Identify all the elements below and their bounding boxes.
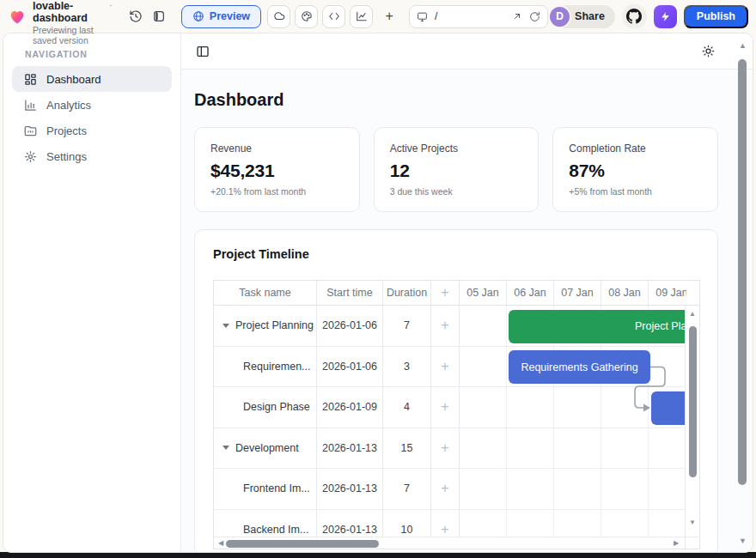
stat-note: 3 due this week xyxy=(390,186,523,197)
stat-value: 87% xyxy=(569,161,702,181)
scrollbar-thumb[interactable] xyxy=(689,326,697,477)
scroll-down-icon[interactable]: ▼ xyxy=(689,519,696,526)
date-scale: 05 Jan 06 Jan 07 Jan 08 Jan 09 Jan xyxy=(460,281,686,305)
cloud-button[interactable] xyxy=(267,5,290,28)
gantt-horizontal-scrollbar[interactable]: ◀ ▶ xyxy=(214,537,685,549)
workspace-panel: NAVIGATION Dashboard Analytics Projects … xyxy=(3,33,753,553)
sidebar-item-dashboard[interactable]: Dashboard xyxy=(12,66,172,92)
gantt-bar-project-planning[interactable]: Project Planning xyxy=(509,310,686,343)
gantt-vertical-scrollbar[interactable]: ▲ ▼ xyxy=(685,306,699,537)
sidebar-item-label: Settings xyxy=(46,150,87,163)
date-header: 09 Jan xyxy=(649,281,686,305)
task-duration: 7 xyxy=(383,469,431,509)
sidebar-item-projects[interactable]: Projects xyxy=(12,118,172,143)
stat-cards: Revenue $45,231 +20.1% from last month A… xyxy=(194,127,718,212)
task-duration: 4 xyxy=(383,387,431,428)
add-subtask-button[interactable]: + xyxy=(431,347,460,387)
sidebar-item-analytics[interactable]: Analytics xyxy=(12,92,172,118)
chevron-down-icon xyxy=(109,2,113,9)
sidebar-item-label: Projects xyxy=(46,124,87,137)
project-timeline-card: Project Timeline Task name Start time Du… xyxy=(194,229,718,552)
task-start: 2026-01-09 xyxy=(317,387,383,428)
theme-toggle-sun-icon[interactable] xyxy=(702,45,715,58)
window-edge xyxy=(0,552,756,558)
add-subtask-button[interactable]: + xyxy=(431,469,460,509)
code-button[interactable] xyxy=(322,5,345,28)
project-subtitle: Previewing last saved version xyxy=(33,25,113,45)
gantt-bar-requirements-gathering[interactable]: Requirements Gathering xyxy=(509,350,650,384)
preview-pane: Dashboard Revenue $45,231 +20.1% from la… xyxy=(181,33,753,552)
top-bar: react-gantt-lovable-dashboard Previewing… xyxy=(0,0,756,33)
lightning-icon xyxy=(660,11,671,22)
sidebar-item-label: Analytics xyxy=(46,99,91,112)
task-name: Design Phase xyxy=(243,401,310,413)
scrollbar-thumb[interactable] xyxy=(738,59,747,485)
task-start: 2026-01-06 xyxy=(317,347,383,387)
task-start: 2026-01-13 xyxy=(317,469,383,509)
publish-button[interactable]: Publish xyxy=(684,5,748,28)
device-toggle-button[interactable] xyxy=(148,5,171,28)
add-subtask-button[interactable]: + xyxy=(431,306,460,346)
date-header: 06 Jan xyxy=(507,281,554,305)
scrollbar-thumb[interactable] xyxy=(226,540,379,548)
task-duration: 15 xyxy=(383,428,431,469)
open-external-icon[interactable] xyxy=(512,11,522,21)
gantt-footer: ◀ ▶ xyxy=(214,537,699,549)
url-bar[interactable]: / xyxy=(409,5,548,28)
task-name: Project Planning xyxy=(235,319,314,331)
add-column-button[interactable]: + xyxy=(431,281,460,305)
gear-icon xyxy=(24,150,37,163)
stat-label: Active Projects xyxy=(390,143,523,155)
bar-chart-icon xyxy=(24,99,37,112)
add-subtask-button[interactable]: + xyxy=(431,428,460,469)
add-subtask-button[interactable]: + xyxy=(431,510,460,537)
task-start: 2026-01-13 xyxy=(317,428,383,469)
collapse-icon[interactable] xyxy=(223,446,229,450)
lovable-logo-icon[interactable] xyxy=(8,7,27,26)
task-start: 2026-01-13 xyxy=(317,510,383,537)
refresh-icon[interactable] xyxy=(529,11,540,22)
panel-left-toggle[interactable] xyxy=(196,45,210,58)
add-tab-button[interactable]: + xyxy=(381,9,398,24)
stat-label: Completion Rate xyxy=(569,143,702,155)
stat-note: +20.1% from last month xyxy=(210,186,344,197)
dashboard-content: Dashboard Revenue $45,231 +20.1% from la… xyxy=(181,70,753,552)
task-name: Backend Im... xyxy=(243,524,308,536)
project-menu[interactable]: react-gantt-lovable-dashboard Previewing… xyxy=(33,0,113,45)
gantt-header: Task name Start time Duration + 05 Jan 0… xyxy=(214,281,699,306)
url-path: / xyxy=(435,10,505,22)
add-subtask-button[interactable]: + xyxy=(431,387,460,428)
col-task-name: Task name xyxy=(214,281,317,305)
github-icon xyxy=(626,9,642,24)
scroll-down-icon[interactable]: ▼ xyxy=(739,537,747,545)
collapse-icon[interactable] xyxy=(223,324,229,328)
task-name: Requiremen... xyxy=(243,361,311,373)
nav-section-label: NAVIGATION xyxy=(25,49,180,59)
page-vertical-scrollbar[interactable]: ▲ ▼ xyxy=(734,39,751,545)
analytics-chart-button[interactable] xyxy=(350,5,373,28)
github-button[interactable] xyxy=(622,4,647,29)
quick-actions-button[interactable] xyxy=(654,5,677,28)
scroll-left-icon[interactable]: ◀ xyxy=(218,540,223,547)
share-button[interactable]: Share D xyxy=(548,5,615,28)
monitor-icon xyxy=(417,11,428,22)
scroll-right-icon[interactable]: ▶ xyxy=(674,540,679,547)
stat-label: Revenue xyxy=(210,143,344,155)
preview-toolbar xyxy=(181,33,753,70)
task-duration: 10 xyxy=(383,510,431,537)
scroll-up-icon[interactable]: ▲ xyxy=(739,42,747,50)
gantt-bar-design-phase[interactable]: Design Phase xyxy=(651,391,686,425)
dashboard-icon xyxy=(24,73,37,86)
gantt-body: Project Planning 2026-01-06 7 + Requirem… xyxy=(214,306,699,537)
scroll-up-icon[interactable]: ▲ xyxy=(689,311,696,318)
avatar[interactable]: D xyxy=(548,5,571,28)
gantt-chart: Task name Start time Duration + 05 Jan 0… xyxy=(213,280,700,549)
history-button[interactable] xyxy=(125,5,148,28)
palette-button[interactable] xyxy=(295,5,318,28)
folder-icon xyxy=(24,124,37,137)
col-start-time: Start time xyxy=(317,281,383,305)
task-name: Frontend Im... xyxy=(243,482,310,494)
date-header: 08 Jan xyxy=(601,281,649,305)
sidebar-item-settings[interactable]: Settings xyxy=(12,143,172,169)
preview-button[interactable]: Preview xyxy=(181,5,261,28)
